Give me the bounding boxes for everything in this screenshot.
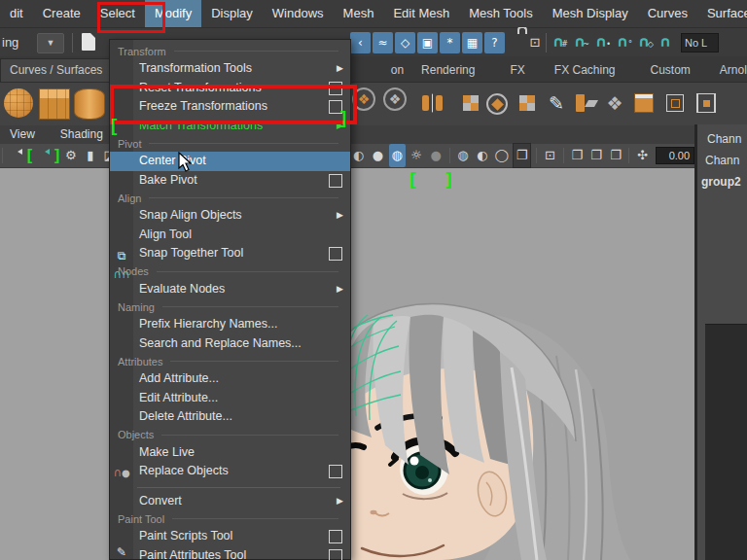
- separate-icon[interactable]: ❖: [383, 88, 407, 111]
- menu-item-snap-together-tool[interactable]: Snap Together Tool: [110, 244, 350, 263]
- paint-select-icon[interactable]: ≈: [373, 32, 393, 53]
- combine-icon[interactable]: ❖: [352, 88, 375, 111]
- render-sequence-icon[interactable]: ▦: [462, 32, 482, 53]
- menu-display[interactable]: Display: [201, 0, 263, 27]
- tab-curves-surfaces[interactable]: Curves / Surfaces: [0, 58, 112, 82]
- snap-magnet-icon[interactable]: ∩: [656, 32, 675, 53]
- snap-to-point-icon[interactable]: ∩•: [591, 32, 611, 53]
- snap-to-projected-center-icon[interactable]: ∩°: [613, 32, 632, 53]
- menu-item-edit-attribute[interactable]: Edit Attribute...: [110, 389, 350, 408]
- multi-cut-icon[interactable]: ✎: [543, 88, 570, 119]
- menu-item-transformation-tools[interactable]: Transformation Tools▶: [110, 59, 350, 79]
- menu-mesh-display[interactable]: Mesh Display: [543, 0, 638, 27]
- bevel-icon[interactable]: [630, 88, 658, 119]
- tab-fx-caching[interactable]: FX Caching: [546, 59, 624, 82]
- quad-draw-icon[interactable]: ❖: [601, 88, 628, 119]
- panel-menu-view[interactable]: View: [10, 127, 35, 141]
- menu-modify[interactable]: Modify: [145, 0, 201, 27]
- select-component-icon[interactable]: ◇: [395, 32, 415, 53]
- channel-list-area[interactable]: [705, 324, 747, 560]
- menu-item-center-pivot[interactable]: Center Pivot: [110, 152, 350, 171]
- marquee-select-icon[interactable]: ⊡: [526, 32, 544, 53]
- section-transform: Transform: [110, 43, 350, 59]
- poly-cylinder-icon[interactable]: [74, 88, 105, 120]
- snap-to-curve-icon[interactable]: ∩~: [570, 32, 589, 53]
- option-box[interactable]: [329, 82, 342, 95]
- poly-sphere-icon[interactable]: [4, 88, 33, 118]
- tab-fx[interactable]: FX: [501, 59, 533, 82]
- lock-icon[interactable]: [507, 32, 524, 53]
- new-scene-icon[interactable]: [82, 33, 95, 51]
- menu-item-add-attribute[interactable]: Add Attribute...: [110, 369, 350, 389]
- section-paint-tool: Paint Tool: [110, 510, 350, 527]
- option-box[interactable]: [329, 174, 342, 188]
- workspace-selector-partial[interactable]: ing: [2, 35, 18, 50]
- select-hierarchy-icon[interactable]: *: [440, 32, 460, 53]
- snap-to-grid-icon[interactable]: ∩#: [549, 32, 568, 53]
- menu-item-freeze-transformations[interactable]: Freeze Transformations: [110, 97, 350, 117]
- menu-item-match-transformations[interactable]: Match Transformations▶: [110, 117, 350, 136]
- character-head-3d-model[interactable]: [292, 124, 694, 560]
- circularize-icon[interactable]: [661, 88, 689, 119]
- menu-surfaces[interactable]: Surfaces: [697, 0, 747, 27]
- option-box[interactable]: [329, 530, 342, 543]
- menu-item-convert[interactable]: Convert▶: [110, 492, 350, 511]
- menu-windows[interactable]: Windows: [263, 0, 334, 27]
- select-lasso-icon[interactable]: ‹: [350, 32, 371, 53]
- option-box[interactable]: [329, 549, 342, 560]
- menu-item-bake-pivot[interactable]: Bake Pivot: [110, 171, 350, 191]
- menu-mesh[interactable]: Mesh: [334, 0, 384, 27]
- menu-item-search-replace-names[interactable]: Search and Replace Names...: [110, 334, 350, 354]
- menu-edit[interactable]: dit: [0, 0, 33, 27]
- help-icon[interactable]: ?: [484, 32, 505, 53]
- menu-item-paint-attributes-tool[interactable]: Paint Attributes Tool: [110, 546, 350, 560]
- channel-box-object-name[interactable]: group2: [701, 175, 741, 189]
- make-live-magnet-icon[interactable]: ∩◇: [634, 32, 654, 53]
- tab-arnold[interactable]: Arnold: [711, 59, 747, 82]
- select-object-icon[interactable]: ▣: [417, 32, 438, 53]
- lock-camera-icon[interactable]: [35, 144, 52, 167]
- main-menubar: dit Create Select Modify Display Windows…: [0, 0, 747, 27]
- menu-item-prefix-hierarchy-names[interactable]: Prefix Hierarchy Names...: [110, 315, 350, 334]
- modify-dropdown-menu: Transform Transformation Tools▶ Reset Tr…: [109, 39, 351, 560]
- snap-together-icon: ∩∩: [112, 267, 131, 281]
- no-live-surface-field[interactable]: No L: [681, 33, 719, 52]
- option-box[interactable]: [329, 100, 342, 114]
- film-gate-icon[interactable]: ⚙: [62, 144, 79, 167]
- menu-item-paint-scripts-tool[interactable]: Paint Scripts Tool: [110, 527, 350, 546]
- submenu-arrow-icon: ▶: [337, 280, 343, 299]
- reduce-icon[interactable]: [514, 88, 541, 119]
- extrude-icon[interactable]: [572, 88, 599, 119]
- menu-item-replace-objects[interactable]: Replace Objects: [110, 462, 350, 481]
- camera-icon[interactable]: [8, 144, 24, 167]
- tab-custom[interactable]: Custom: [642, 59, 699, 82]
- menu-item-snap-align-objects[interactable]: Snap Align Objects▶: [110, 206, 350, 226]
- section-nodes: Nodes: [110, 263, 350, 280]
- menu-item-align-tool[interactable]: Align Tool: [110, 226, 350, 245]
- tab-rendering[interactable]: Rendering: [412, 59, 483, 82]
- menu-item-delete-attribute[interactable]: Delete Attribute...: [110, 407, 350, 427]
- menu-edit-mesh[interactable]: Edit Mesh: [383, 0, 459, 27]
- menu-create[interactable]: Create: [33, 0, 90, 27]
- menu-item-make-live[interactable]: Make Live: [110, 443, 350, 463]
- channel-box-menu-partial[interactable]: Chann: [707, 132, 741, 146]
- edit-pivot-icon[interactable]: [693, 88, 720, 119]
- poly-cube-icon[interactable]: [39, 88, 70, 120]
- menu-curves[interactable]: Curves: [638, 0, 697, 27]
- panel-menu-shading[interactable]: Shading: [60, 127, 103, 141]
- bookmark-icon[interactable]: ▮: [82, 144, 98, 167]
- menu-mesh-tools[interactable]: Mesh Tools: [459, 0, 543, 27]
- mirror-icon[interactable]: [418, 88, 445, 119]
- option-box[interactable]: [329, 465, 342, 478]
- menu-item-evaluate-nodes[interactable]: Evaluate Nodes▶: [110, 280, 350, 299]
- annotation-green-bracket: ]: [445, 168, 451, 190]
- option-box[interactable]: [329, 247, 342, 261]
- menu-item-reset-transformations[interactable]: Reset Transformations: [110, 79, 350, 98]
- smooth-icon[interactable]: [486, 93, 508, 115]
- channel-box-tab-partial[interactable]: Chann: [705, 154, 739, 167]
- tab-animation-partial[interactable]: on: [382, 59, 412, 82]
- workspace-dropdown-arrow-icon[interactable]: ▼: [37, 33, 64, 53]
- booleans-icon[interactable]: [457, 88, 484, 119]
- menu-select[interactable]: Select: [90, 0, 145, 27]
- menu-separator: [137, 481, 340, 488]
